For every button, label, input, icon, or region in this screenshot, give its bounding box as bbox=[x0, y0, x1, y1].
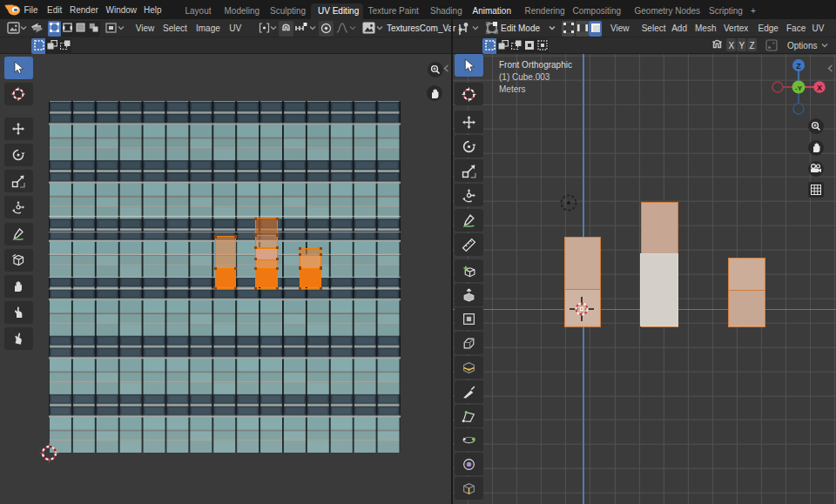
svg-text:X: X bbox=[817, 84, 822, 92]
svg-text:-Y: -Y bbox=[795, 84, 803, 92]
svg-text:Z: Z bbox=[796, 62, 801, 71]
